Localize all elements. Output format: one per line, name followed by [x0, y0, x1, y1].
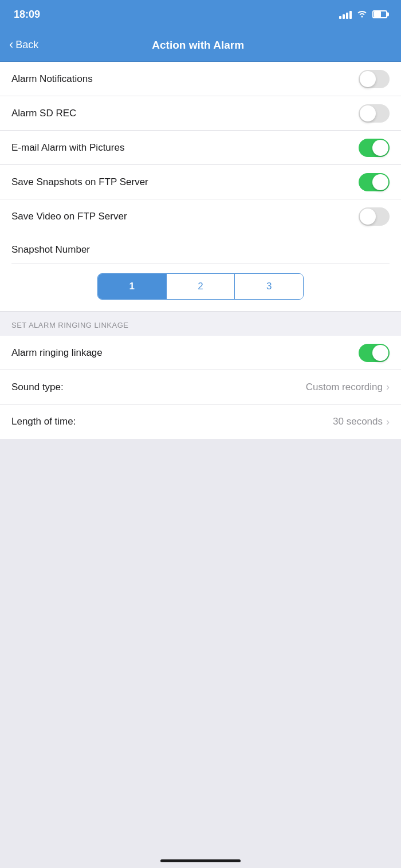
alarm-ringing-row: Alarm ringing linkage — [0, 336, 401, 370]
snapshot-btn-1-label: 1 — [129, 281, 135, 292]
back-button[interactable]: ‹ Back — [9, 39, 38, 51]
status-icons — [339, 9, 387, 20]
save-snapshots-label: Save Snapshots on FTP Server — [11, 176, 148, 188]
save-video-label: Save Video on FTP Server — [11, 211, 127, 222]
length-of-time-chevron-icon: › — [386, 416, 390, 428]
alarm-notifications-row: Alarm Notifications — [0, 62, 401, 96]
alarm-sd-rec-label: Alarm SD REC — [11, 108, 76, 119]
alarm-ringing-section-header: SET ALARM RINGING LINKAGE — [0, 312, 401, 336]
toggle-knob — [372, 345, 388, 361]
snapshot-btn-1[interactable]: 1 — [98, 274, 167, 299]
page-title: Action with Alarm — [38, 39, 357, 52]
battery-icon — [372, 10, 387, 18]
length-of-time-row[interactable]: Length of time: 30 seconds › — [0, 404, 401, 439]
save-video-toggle[interactable] — [359, 207, 390, 226]
length-of-time-right: 30 seconds › — [333, 416, 390, 428]
back-label: Back — [15, 39, 38, 51]
alarm-ringing-group: Alarm ringing linkage Sound type: Custom… — [0, 336, 401, 439]
save-snapshots-toggle[interactable] — [359, 173, 390, 191]
sound-type-right: Custom recording › — [306, 381, 390, 393]
sound-type-label: Sound type: — [11, 382, 64, 393]
signal-icon — [339, 10, 352, 19]
snapshot-selector: 1 2 3 — [97, 273, 304, 300]
snapshot-btn-2[interactable]: 2 — [167, 274, 235, 299]
toggle-knob — [360, 71, 376, 87]
alarm-notifications-label: Alarm Notifications — [11, 73, 93, 85]
sound-type-value: Custom recording — [306, 382, 383, 393]
length-of-time-label: Length of time: — [11, 416, 76, 427]
length-of-time-value: 30 seconds — [333, 416, 383, 427]
sound-type-chevron-icon: › — [386, 381, 390, 393]
alarm-notifications-toggle[interactable] — [359, 70, 390, 88]
snapshot-btn-3[interactable]: 3 — [235, 274, 303, 299]
sound-type-row[interactable]: Sound type: Custom recording › — [0, 370, 401, 404]
home-indicator — [160, 859, 241, 862]
snapshot-number-label: Snapshot Number — [11, 234, 390, 264]
nav-bar: ‹ Back Action with Alarm — [0, 29, 401, 62]
section-header-text: SET ALARM RINGING LINKAGE — [11, 321, 128, 329]
main-settings-group: Alarm Notifications Alarm SD REC E-mail … — [0, 62, 401, 234]
alarm-sd-rec-toggle[interactable] — [359, 104, 390, 123]
content-area: Alarm Notifications Alarm SD REC E-mail … — [0, 62, 401, 737]
snapshot-btn-3-label: 3 — [266, 281, 272, 292]
alarm-ringing-toggle[interactable] — [359, 344, 390, 362]
email-alarm-label: E-mail Alarm with Pictures — [11, 142, 124, 154]
status-time: 18:09 — [14, 9, 40, 21]
toggle-knob — [372, 140, 388, 156]
email-alarm-toggle[interactable] — [359, 139, 390, 157]
toggle-knob — [360, 209, 376, 225]
email-alarm-row: E-mail Alarm with Pictures — [0, 131, 401, 165]
alarm-sd-rec-row: Alarm SD REC — [0, 96, 401, 131]
status-bar: 18:09 — [0, 0, 401, 29]
save-video-row: Save Video on FTP Server — [0, 199, 401, 234]
snapshot-section: Snapshot Number 1 2 3 — [0, 234, 401, 312]
alarm-ringing-label: Alarm ringing linkage — [11, 347, 103, 359]
toggle-knob — [372, 174, 388, 190]
back-chevron-icon: ‹ — [9, 38, 13, 51]
save-snapshots-row: Save Snapshots on FTP Server — [0, 165, 401, 199]
wifi-icon — [356, 9, 368, 20]
bottom-area — [0, 439, 401, 737]
toggle-knob — [360, 105, 376, 121]
snapshot-btn-2-label: 2 — [198, 281, 203, 292]
